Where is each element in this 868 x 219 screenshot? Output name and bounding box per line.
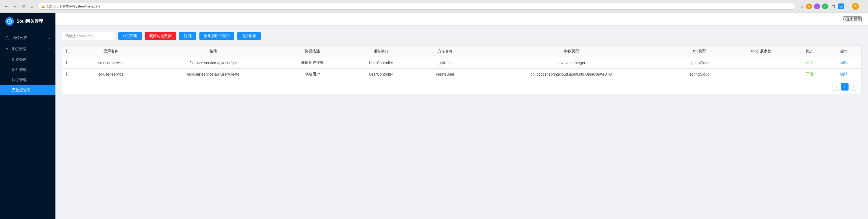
row-checkbox-cell [62,57,74,69]
plugin-list-arrow: ⌄ [48,36,50,39]
row-service: UserController [346,69,416,80]
back-button[interactable]: ← [3,3,9,9]
row-param-type: cn.iocoder.springcloud.lab60.dto.UserCre… [474,69,669,80]
system-mgmt-arrow: ⌃ [48,48,50,51]
content-area: 分页查询 删除勾选数据 创 建 批量启用或禁用 同步数据 应用名称 路径 [56,26,868,219]
star-icon[interactable]: ☆ [800,3,804,9]
row-checkbox-1[interactable] [66,72,70,76]
delete-button[interactable]: 删除勾选数据 [145,32,176,40]
table-row: sc-user-service /sc-user-service-api/use… [62,57,861,69]
prev-page-button[interactable]: ‹ [833,83,840,90]
metadata-table: 应用名称 路径 路径描述 服务接口 方法名称 参数类型 rpc类型 rpc扩展参… [62,46,861,80]
ext-icon-4[interactable]: ◫ [830,3,836,9]
sidebar-item-system-mgmt[interactable]: ⚙ 系统管理 ⌃ [0,44,56,55]
row-checkbox-0[interactable] [66,61,70,64]
sidebar-item-user-mgmt[interactable]: 用户管理 [0,55,56,65]
row-rpc-type: springCloud [669,69,731,80]
sidebar-item-plugin-mgmt[interactable]: 插件管理 [0,65,56,75]
user-mgmt-label: 用户管理 [12,57,27,62]
header-app-name: 应用名称 [74,46,148,57]
top-bar: G退出登录 [56,13,868,26]
sidebar-item-metadata-mgmt[interactable]: 元数据管理 [0,85,56,95]
row-param-type: java.lang.Integer [474,57,669,69]
system-mgmt-label: 系统管理 [11,47,26,52]
row-action[interactable]: 编辑 [827,57,861,69]
header-path: 路径 [148,46,279,57]
row-path: /sc-user-service-api/user/create [148,69,279,80]
header-rpc-ext: rpc扩展参数 [730,46,792,57]
logo-icon [5,17,14,26]
row-status[interactable]: 开启 [792,69,827,80]
row-rpc-ext [730,57,792,69]
toolbar: 分页查询 删除勾选数据 创 建 批量启用或禁用 同步数据 [62,32,862,40]
logo-text: Soul网关管理 [17,19,43,24]
pagination: ‹ 1 › [62,80,861,94]
url-text: 127.0.0.1:9095/#/system/metadata [47,4,100,8]
next-page-button[interactable]: › [849,83,857,90]
row-method: createUser [416,69,474,80]
browser-chrome: ← → ↻ ⌂ 🔒 127.0.0.1:9095/#/system/metada… [0,0,868,13]
lock-icon: 🔒 [41,4,45,8]
sidebar: Soul网关管理 ◯ 插件列表 ⌄ ⚙ 系统管理 ⌃ 用户管理 插件管理 认证管… [0,13,56,219]
system-mgmt-icon: ⚙ [5,47,9,51]
logout-button[interactable]: G退出登录 [843,16,862,22]
row-path-desc: 获取用户详细 [279,57,346,69]
menu-icon[interactable]: ⋮ [861,4,865,8]
forward-button[interactable]: → [12,3,18,9]
header-status: 状态 [792,46,827,57]
reload-button[interactable]: ↻ [20,3,27,9]
ext-icon-3[interactable]: ✓ [822,3,828,9]
header-path-desc: 路径描述 [279,46,346,57]
svg-point-1 [9,21,10,22]
sidebar-logo: Soul网关管理 [0,13,56,30]
header-action: 操作 [827,46,861,57]
row-checkbox-cell [62,69,74,80]
row-app-name: sc-user-service [74,57,148,69]
batch-button[interactable]: 批量启用或禁用 [199,32,234,40]
row-path: /sc-user-service-api/user/get [148,57,279,69]
logout-label: G退出登录 [843,17,861,22]
row-method: getUser [416,57,474,69]
ext-icon-2[interactable]: ♫ [814,3,820,9]
home-button[interactable]: ⌂ [29,3,35,9]
page-1-button[interactable]: 1 [841,83,848,90]
table-container: 应用名称 路径 路径描述 服务接口 方法名称 参数类型 rpc类型 rpc扩展参… [62,46,862,94]
table-row: sc-user-service /sc-user-service-api/use… [62,69,861,80]
plugin-mgmt-label: 插件管理 [12,67,27,72]
avatar-icon[interactable]: 😀 [852,3,859,10]
address-bar[interactable]: 🔒 127.0.0.1:9095/#/system/metadata [37,3,796,9]
plugin-list-icon: ◯ [5,36,9,40]
sidebar-item-auth-mgmt[interactable]: 认证管理 [0,75,56,85]
create-button[interactable]: 创 建 [179,32,196,40]
ext-icon-6[interactable]: ⋮ [846,4,850,8]
sidebar-menu: ◯ 插件列表 ⌄ ⚙ 系统管理 ⌃ 用户管理 插件管理 认证管理 元数据管理 [0,30,56,219]
ext-icon-1[interactable]: ● [806,3,812,9]
search-input[interactable] [62,32,115,40]
sync-button[interactable]: 同步数据 [237,32,261,40]
auth-mgmt-label: 认证管理 [12,78,27,83]
row-status[interactable]: 开启 [792,57,827,69]
row-action[interactable]: 编辑 [827,69,861,80]
search-button[interactable]: 分页查询 [118,32,142,40]
row-rpc-ext [730,69,792,80]
header-service: 服务接口 [346,46,416,57]
row-app-name: sc-user-service [74,69,148,80]
header-param-type: 参数类型 [474,46,669,57]
select-all-checkbox[interactable] [66,49,70,53]
browser-extensions: ☆ ● ♫ ✓ ◫ on ⋮ 😀 ⋮ [800,3,865,10]
header-checkbox-cell [62,46,74,57]
metadata-mgmt-label: 元数据管理 [12,88,30,93]
header-method: 方法名称 [416,46,474,57]
ext-icon-5[interactable]: on [838,3,844,9]
row-service: UserController [346,57,416,69]
header-rpc-type: rpc类型 [669,46,731,57]
sidebar-item-plugin-list[interactable]: ◯ 插件列表 ⌄ [0,32,56,44]
row-path-desc: 创建用户 [279,69,346,80]
row-rpc-type: springCloud [669,57,731,69]
main-content: G退出登录 分页查询 删除勾选数据 创 建 批量启用或禁用 同步数据 [56,13,868,219]
table-header-row: 应用名称 路径 路径描述 服务接口 方法名称 参数类型 rpc类型 rpc扩展参… [62,46,861,57]
plugin-list-label: 插件列表 [12,35,27,40]
